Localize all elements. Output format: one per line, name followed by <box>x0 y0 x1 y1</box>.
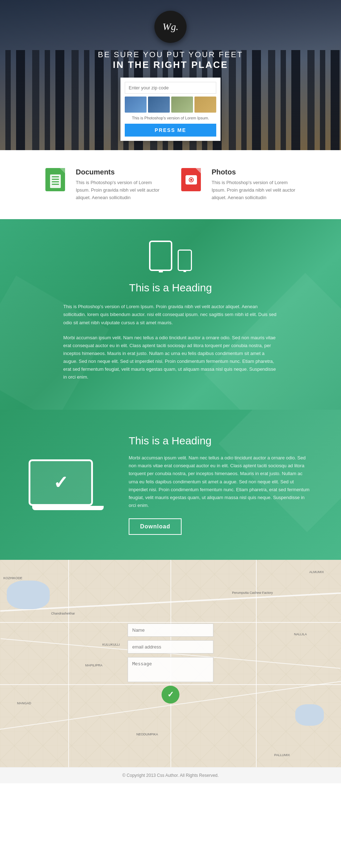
photos-text: Photos This is Photoshop's version of Lo… <box>212 168 296 201</box>
hero-section: Wg. BE SURE YOU PUT YOUR FEET IN THE RIG… <box>0 0 341 150</box>
doc-line-3 <box>52 181 59 182</box>
phone-icon <box>178 250 192 271</box>
map-label-1: KOZHIKODE <box>4 576 23 580</box>
thumb-3 <box>171 97 193 113</box>
green-section-2: ✓ This is a Heading Morbi accumsan ipsum… <box>0 410 341 560</box>
map-label-6: ALMUMIX <box>309 570 324 574</box>
hero-card-text: This is Photoshop's version of Lorem Ips… <box>125 115 216 121</box>
documents-description: This is Photoshop's version of Lorem Ips… <box>76 179 160 201</box>
green-section-2-heading: This is a Heading <box>129 435 312 447</box>
map-label-4: MAPILIPRA <box>85 664 103 667</box>
map-label-3: KULUKULLI <box>102 643 120 646</box>
map-water-2 <box>295 704 324 726</box>
camera-lens <box>189 177 194 182</box>
tagline-line2: IN THE RIGHT PLACE <box>98 59 243 70</box>
feature-photos: Photos This is Photoshop's version of Lo… <box>181 168 296 201</box>
thumb-2 <box>148 97 170 113</box>
map-label-5: Perumputta Cashew Factory <box>232 591 273 595</box>
document-icon-inner <box>50 174 61 188</box>
laptop-icon-area: ✓ <box>29 459 107 510</box>
doc-line-2 <box>52 179 59 180</box>
contact-email-input[interactable] <box>128 640 213 654</box>
hero-card: This is Photoshop's version of Lorem Ips… <box>120 78 221 141</box>
map-label-8: NEODUMPIKA <box>137 733 158 736</box>
contact-message-input[interactable] <box>128 657 213 682</box>
press-me-button[interactable]: PRESS ME <box>125 124 216 137</box>
green-section-1-heading: This is a Heading <box>29 282 312 294</box>
map-section: KOZHIKODE Chandrashekhar KULUKULLI MAPIL… <box>0 560 341 767</box>
tablet-icon <box>149 241 172 271</box>
laptop-base <box>32 506 104 510</box>
green-section-1-para2: Morbi accumsan ipsum velit. Nam nec tell… <box>63 334 278 381</box>
camera-body <box>186 175 197 184</box>
document-icon <box>45 168 65 191</box>
map-label-10: MANGAD <box>17 701 31 705</box>
green-section-1-para1: This is Photoshop's version of Lorem Ips… <box>63 303 278 326</box>
green-section-2-content: This is a Heading Morbi accumsan ipsum v… <box>129 435 312 535</box>
laptop-screen: ✓ <box>29 459 93 506</box>
photos-description: This is Photoshop's version of Lorem Ips… <box>212 179 296 201</box>
photos-icon-area <box>181 168 204 195</box>
photo-icon <box>181 168 201 191</box>
hero-card-images <box>125 97 216 113</box>
documents-icon-area <box>45 168 69 195</box>
contact-name-input[interactable] <box>128 623 213 637</box>
map-label-7: NALLILA <box>294 632 307 636</box>
laptop-check-icon: ✓ <box>53 472 68 493</box>
footer-text: © Copyright 2013 Css Author. All Rights … <box>122 773 219 778</box>
documents-title: Documents <box>76 168 160 176</box>
footer: © Copyright 2013 Css Author. All Rights … <box>0 767 341 783</box>
download-button[interactable]: Download <box>129 518 182 535</box>
thumb-4 <box>194 97 216 113</box>
tagline-line1: BE SURE YOU PUT YOUR FEET <box>98 50 243 59</box>
hero-tagline: BE SURE YOU PUT YOUR FEET IN THE RIGHT P… <box>98 50 243 70</box>
tablet-icon-area <box>29 241 312 271</box>
map-label-2: Chandrashekhar <box>51 612 75 615</box>
site-logo: Wg. <box>154 11 187 43</box>
map-road-v1 <box>68 560 69 767</box>
photos-title: Photos <box>212 168 296 176</box>
map-water-1 <box>7 581 50 609</box>
map-label-9: PALLUMIX <box>274 753 290 757</box>
zipcode-input[interactable] <box>125 82 216 94</box>
logo-text: Wg. <box>163 21 178 33</box>
thumb-1 <box>125 97 147 113</box>
green-section-1: This is a Heading This is Photoshop's ve… <box>0 219 341 410</box>
doc-line-1 <box>52 176 59 177</box>
green-section-2-para: Morbi accumsan ipsum velit. Nam nec tell… <box>129 454 312 509</box>
documents-text: Documents This is Photoshop's version of… <box>76 168 160 201</box>
feature-documents: Documents This is Photoshop's version of… <box>45 168 160 201</box>
doc-line-4 <box>52 184 59 185</box>
contact-submit-button[interactable] <box>162 686 179 704</box>
features-section: Documents This is Photoshop's version of… <box>0 150 341 219</box>
contact-form <box>128 623 213 704</box>
